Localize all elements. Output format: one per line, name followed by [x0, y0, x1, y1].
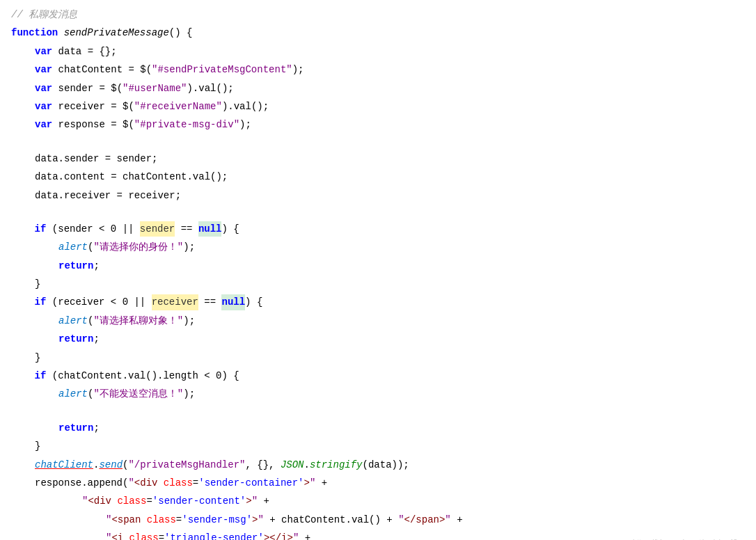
code-line-if-receiver: if (receiver < 0 || receiver == null ) { — [0, 293, 756, 311]
code-line: return ; — [0, 330, 756, 348]
code-line: var data = {}; — [0, 42, 756, 61]
code-line: } — [0, 437, 756, 455]
code-line: data.content = chatContent.val(); — [0, 168, 756, 186]
code-line: var response = $( "#private-msg-div" ); — [0, 116, 756, 134]
code-line: " <div class = 'sender-content' > " + — [0, 492, 756, 510]
code-line: } — [0, 275, 756, 293]
code-line-if-content: if (chatContent.val().length < 0) { — [0, 367, 756, 385]
code-line: var chatContent = $( "#sendPrivateMsgCon… — [0, 61, 756, 79]
code-line: data.sender = sender; — [0, 150, 756, 168]
empty-line — [0, 134, 756, 150]
watermark: https://blog.csdn.net/weixin_43xxx — [633, 538, 749, 540]
code-line: return ; — [0, 419, 756, 437]
code-line-chatclient: chatClient . send ( "/privateMsgHandler"… — [0, 456, 756, 474]
empty-line — [0, 205, 756, 220]
code-line: var sender = $( "#userName" ).val(); — [0, 79, 756, 97]
code-line: return ; — [0, 257, 756, 275]
comment-text: // 私聊发消息 — [11, 7, 77, 22]
code-line: var receiver = $( "#receiverName" ).val(… — [0, 97, 756, 116]
code-line: " <span class = 'sender-msg' > " + chatC… — [0, 511, 756, 529]
code-line-if-sender: if (sender < 0 || sender == null ) { — [0, 220, 756, 238]
code-container: // 私聊发消息 function sendPrivateMessage () … — [0, 0, 756, 540]
function-name: sendPrivateMessage — [64, 25, 169, 40]
code-line: data.receiver = receiver; — [0, 186, 756, 205]
code-line: function sendPrivateMessage () { — [0, 24, 756, 42]
code-line: alert ( "不能发送空消息！" ); — [0, 385, 756, 403]
code-line: alert ( "请选择你的身份！" ); — [0, 238, 756, 256]
code-line: } — [0, 349, 756, 367]
comment-line: // 私聊发消息 — [0, 6, 756, 24]
code-line: alert ( "请选择私聊对象！" ); — [0, 312, 756, 330]
keyword-function: function — [11, 25, 58, 40]
empty-line — [0, 404, 756, 419]
code-line-response: response.append( " <div class = 'sender-… — [0, 474, 756, 492]
